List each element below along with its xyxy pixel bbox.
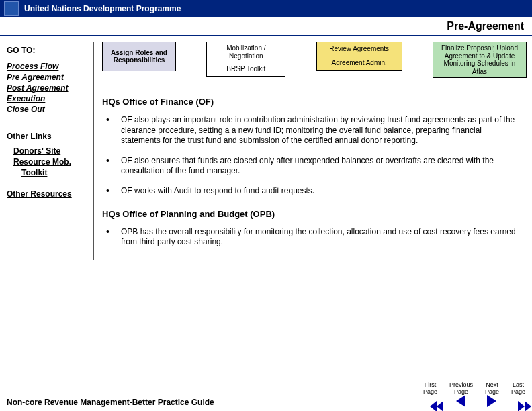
footer-guide-title: Non-core Revenue Management-Better Pract… (7, 398, 214, 407)
previous-page-button[interactable]: Previous Page (449, 382, 473, 407)
box-assign-roles[interactable]: Assign Roles and Responsibilities (102, 42, 176, 71)
right-arrow-icon (487, 395, 496, 407)
last-page-button[interactable]: Last Page (511, 382, 525, 407)
box-brsp-toolkit[interactable]: BRSP Toolkit (206, 62, 285, 77)
box-finalize-proposal[interactable]: Finalize Proposal; Upload Agreement to &… (433, 42, 527, 78)
next-page-button[interactable]: Next Page (485, 382, 499, 407)
goto-label: GO TO: (7, 46, 88, 55)
bullet-icon: • (106, 227, 121, 248)
box-review-agreements[interactable]: Review Agreements (316, 42, 402, 56)
bullet-icon: • (106, 186, 121, 197)
footer: Non-core Revenue Management-Better Pract… (0, 382, 532, 407)
link-toolkit[interactable]: Toolkit (21, 168, 88, 177)
link-resource-mob[interactable]: Resource Mob. (13, 157, 88, 167)
bullet-icon: • (106, 115, 121, 146)
bullet-of-2-text: OF also ensures that funds are closed on… (121, 156, 523, 177)
last-page-label-b: Page (511, 389, 525, 395)
page-nav-buttons: First Page Previous Page Next Page Last … (423, 382, 525, 407)
link-other-resources[interactable]: Other Resources (7, 189, 88, 199)
first-page-button[interactable]: First Page (423, 382, 437, 407)
section-opb-title: HQs Office of Planning and Budget (OPB) (102, 209, 527, 219)
app-header: United Nations Development Programme (0, 0, 532, 17)
nav-process-flow[interactable]: Process Flow (7, 62, 88, 71)
bullet-of-3-text: OF works with Audit to respond to fund a… (121, 186, 523, 197)
box-agreement-admin[interactable]: Agreement Admin. (316, 56, 402, 71)
nav-post-agreement[interactable]: Post Agreement (7, 83, 88, 93)
nav-pre-agreement[interactable]: Pre Agreement (7, 73, 88, 82)
bullet-of-2: • OF also ensures that funds are closed … (106, 156, 523, 177)
page-title: Pre-Agreement (439, 17, 532, 35)
next-page-label-b: Page (485, 389, 499, 395)
bullet-of-1: • OF also plays an important role in con… (106, 115, 523, 146)
bullet-of-1-text: OF also plays an important role in contr… (121, 115, 523, 146)
other-links-label: Other Links (7, 132, 88, 141)
bullet-icon: • (106, 156, 121, 177)
undp-logo-icon (4, 1, 19, 16)
bullet-opb-1-text: OPB has the overall responsibility for m… (121, 227, 523, 248)
left-arrow-icon (456, 395, 466, 407)
org-name: United Nations Development Programme (24, 4, 181, 13)
main-content: Assign Roles and Responsibilities Mobili… (94, 42, 532, 260)
title-bar: Pre-Agreement (0, 17, 532, 36)
nav-close-out[interactable]: Close Out (7, 105, 88, 114)
process-boxes-row: Assign Roles and Responsibilities Mobili… (102, 42, 527, 78)
bullet-opb-1: • OPB has the overall responsibility for… (106, 227, 523, 248)
prev-page-label-b: Page (454, 389, 468, 395)
box-mobilization[interactable]: Mobilization / Negotiation (206, 42, 285, 62)
link-donors-site[interactable]: Donors' Site (13, 146, 88, 156)
section-of-title: HQs Office of Finance (OF) (102, 97, 527, 107)
bullet-of-3: • OF works with Audit to respond to fund… (106, 186, 523, 197)
sidebar: GO TO: Process Flow Pre Agreement Post A… (0, 42, 94, 260)
first-page-label-b: Page (423, 389, 437, 395)
nav-execution[interactable]: Execution (7, 94, 88, 103)
